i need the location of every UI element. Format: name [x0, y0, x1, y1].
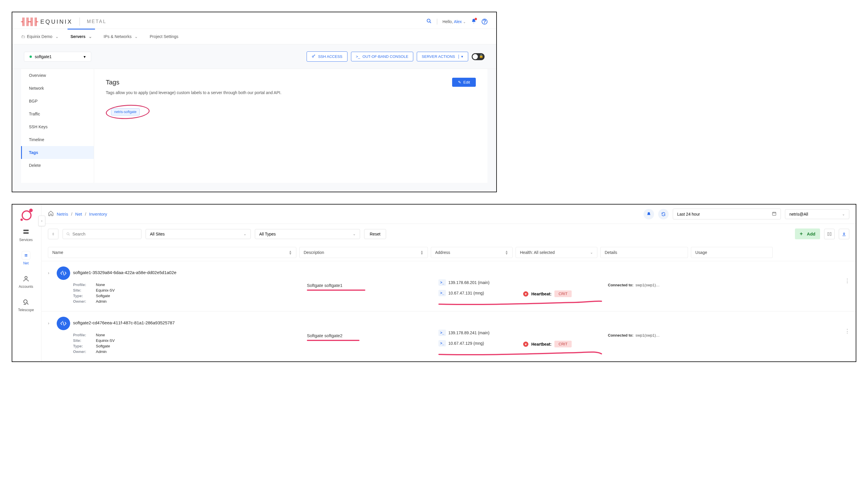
meta-profile-label: Profile: — [73, 333, 94, 337]
sort-icon: ▲▼ — [420, 250, 424, 255]
server-select-label: softgate1 — [35, 54, 52, 59]
search-input[interactable] — [63, 229, 142, 239]
lock-icon: 🔒 — [479, 54, 484, 58]
chevron-down-icon: ⌄ — [353, 232, 356, 236]
address-line[interactable]: >_10.67.47.129 (mng) — [438, 340, 520, 347]
download-button[interactable] — [839, 229, 849, 239]
oob-label: OUT-OF-BAND CONSOLE — [363, 54, 408, 59]
device-icon — [57, 266, 70, 280]
expand-toggle[interactable]: › — [48, 266, 54, 305]
rail-item-services[interactable]: Services — [19, 223, 33, 247]
rail-label: Services — [19, 238, 33, 242]
terminal-icon: >_ — [438, 329, 446, 336]
oob-console-button[interactable]: >_ OUT-OF-BAND CONSOLE — [351, 52, 413, 61]
chevron-down-icon: ▾ — [461, 54, 463, 59]
col-header-description[interactable]: Description ▲▼ — [299, 247, 428, 258]
crumb-netris[interactable]: Netris — [57, 212, 68, 217]
toolbar-buttons: SSH ACCESS >_ OUT-OF-BAND CONSOLE SERVER… — [307, 52, 485, 62]
columns-button[interactable] — [824, 229, 835, 239]
crumb-net[interactable]: Net — [75, 212, 82, 217]
health-label: Heartbeat: — [531, 342, 552, 347]
bell-icon[interactable] — [471, 19, 476, 25]
nav-ips[interactable]: IPs & Networks — [104, 34, 138, 39]
help-icon[interactable]: ? — [482, 19, 488, 25]
netris-panel: › ServicesNetAccountsTelescope Netris / … — [12, 204, 856, 362]
col-header-health[interactable]: Health: All selected ⌄ — [516, 247, 597, 258]
sidebar-item-delete[interactable]: Delete — [21, 159, 94, 172]
nav-servers[interactable]: Servers — [70, 34, 92, 39]
sidebar-item-traffic[interactable]: Traffic — [21, 107, 94, 120]
status-dot — [30, 56, 32, 58]
chevron-down-icon: ⌄ — [243, 232, 246, 236]
tag-highlight-wrap: netris-softgate — [106, 104, 153, 121]
col-header-address[interactable]: Address ▲▼ — [431, 247, 513, 258]
col-header-name[interactable]: Name ▲▼ — [48, 247, 296, 258]
server-actions-button[interactable]: SERVER ACTIONS ▾ — [417, 52, 468, 61]
meta-site-value: Equinix-SV — [96, 288, 115, 292]
greeting-user-link[interactable]: Alex — [454, 19, 462, 24]
add-button[interactable]: + Add — [795, 228, 820, 239]
greeting-prefix: Hello, — [442, 19, 454, 24]
nav-project[interactable]: 🗀 Equinix Demo — [21, 34, 59, 39]
timerange-select[interactable]: Last 24 hour — [673, 209, 781, 219]
sidebar-item-bgp[interactable]: BGP — [21, 95, 94, 107]
collapse-toggle[interactable] — [48, 229, 58, 239]
sort-icon: ▲▼ — [505, 250, 508, 255]
row-title[interactable]: softgate2-cd476eea-411f-487c-81a1-286a93… — [73, 320, 304, 325]
pencil-icon: ✎ — [458, 80, 461, 85]
edit-button[interactable]: ✎ Edit — [452, 78, 476, 87]
ssh-access-button[interactable]: SSH ACCESS — [307, 52, 347, 62]
search-field[interactable] — [72, 232, 138, 236]
tenant-select[interactable]: netris@All ⌄ — [785, 209, 849, 219]
header-divider — [437, 19, 437, 25]
nav-project-settings[interactable]: Project Settings — [150, 34, 178, 39]
sidebar-item-ssh-keys[interactable]: SSH Keys — [21, 120, 94, 133]
sidebar-item-timeline[interactable]: Timeline — [21, 133, 94, 146]
row-health: ♥ Heartbeat: CRIT — [523, 317, 605, 355]
rail-item-accounts[interactable]: Accounts — [19, 270, 33, 293]
rail-item-net[interactable]: Net — [19, 247, 33, 270]
device-icon — [57, 317, 70, 330]
sites-filter[interactable]: All Sites ⌄ — [146, 229, 251, 239]
address-line[interactable]: >_10.67.47.131 (mng) — [438, 290, 520, 296]
row-menu-button[interactable]: ⋮ — [845, 278, 850, 284]
row-title[interactable]: softgate1-35329a84-6daa-422a-a58e-dd02e5… — [73, 270, 304, 275]
row-address: >_139.178.68.201 (main)>_10.67.47.131 (m… — [438, 266, 520, 305]
status-badge: CRIT — [554, 341, 571, 347]
types-filter[interactable]: All Types ⌄ — [255, 229, 360, 239]
crumb-inventory[interactable]: Inventory — [89, 212, 107, 217]
meta-owner-label: Owner: — [73, 299, 94, 304]
netris-table-body: › softgate1-35329a84-6daa-422a-a58e-dd02… — [41, 261, 856, 361]
search-icon — [66, 232, 70, 236]
lock-toggle[interactable]: 🔒 — [472, 53, 485, 60]
netris-topbar-right: Last 24 hour netris@All ⌄ — [644, 209, 849, 219]
refresh-icon[interactable] — [658, 209, 669, 219]
ssh-label: SSH ACCESS — [318, 54, 342, 59]
net-icon — [22, 251, 30, 259]
bell-icon[interactable] — [644, 209, 654, 219]
server-selector[interactable]: softgate1 ▾ — [24, 52, 91, 62]
address-line[interactable]: >_139.178.89.241 (main) — [438, 329, 520, 336]
svg-rect-5 — [25, 254, 27, 255]
row-menu-button[interactable]: ⋮ — [845, 328, 850, 334]
equinix-subbrand: METAL — [87, 19, 106, 24]
user-greeting[interactable]: Hello, Alex ⌄ — [442, 19, 466, 24]
edit-label: Edit — [464, 80, 470, 85]
svg-point-9 — [25, 277, 27, 279]
search-icon[interactable] — [426, 19, 432, 25]
brand-divider — [80, 18, 80, 26]
rail-item-telescope[interactable]: Telescope — [19, 293, 33, 317]
row-main: softgate2-cd476eea-411f-487c-81a1-286a93… — [73, 317, 304, 355]
home-icon[interactable] — [48, 210, 54, 218]
chevron-down-icon: ⌄ — [463, 20, 466, 24]
sidebar-item-overview[interactable]: Overview — [21, 69, 94, 82]
sidebar-item-tags[interactable]: Tags — [21, 146, 94, 159]
reset-button[interactable]: Reset — [364, 229, 386, 239]
rail-expand-button[interactable]: › — [38, 216, 45, 226]
plus-icon: + — [800, 231, 803, 237]
col-header-usage: Usage — [691, 247, 773, 258]
equinix-nav: 🗀 Equinix Demo Servers IPs & Networks Pr… — [12, 29, 496, 44]
sidebar-item-network[interactable]: Network — [21, 82, 94, 95]
address-line[interactable]: >_139.178.68.201 (main) — [438, 279, 520, 286]
expand-toggle[interactable]: › — [48, 317, 54, 355]
